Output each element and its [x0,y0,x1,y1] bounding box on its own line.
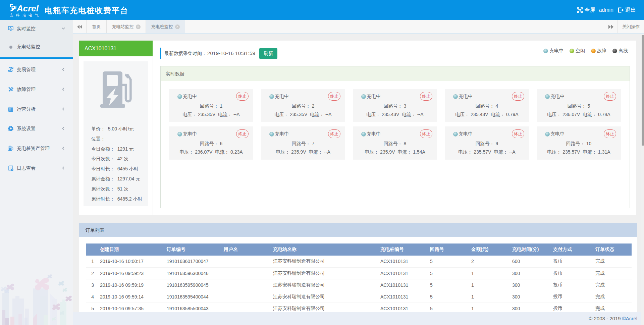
svg-text:安科瑞电气: 安科瑞电气 [10,13,41,17]
svg-text:Acrel: Acrel [16,3,39,13]
